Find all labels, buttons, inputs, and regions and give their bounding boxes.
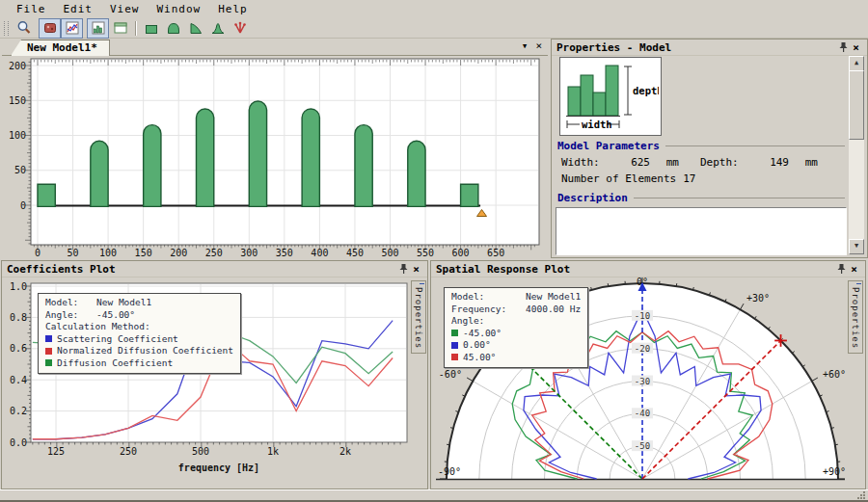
- description-textarea[interactable]: [556, 207, 847, 255]
- svg-text:0.0: 0.0: [10, 437, 27, 448]
- menu-view[interactable]: View: [101, 1, 149, 17]
- svg-text:100: 100: [99, 248, 117, 258]
- profile-bar[interactable]: [355, 125, 372, 207]
- pin-icon[interactable]: [837, 41, 850, 54]
- width-label: width: [582, 119, 612, 130]
- profile-bar[interactable]: [91, 141, 108, 206]
- svg-text:125: 125: [47, 446, 65, 457]
- model-profile-chart[interactable]: 0501001502000501001502002503003504004505…: [2, 56, 548, 259]
- svg-text:250: 250: [205, 248, 223, 258]
- profile-bar[interactable]: [38, 184, 55, 206]
- scattering-swatch: [45, 335, 52, 342]
- scroll-up-button[interactable]: ▲: [849, 56, 864, 71]
- quarter-circle-shape-icon: [188, 20, 203, 36]
- menu-edit[interactable]: Edit: [55, 1, 102, 17]
- model-view-button[interactable]: [39, 18, 61, 39]
- semicircle-element-button[interactable]: [162, 18, 184, 39]
- spatial-titlebar: Spatial Response Plot ×: [431, 261, 865, 277]
- depth-label: depth: [633, 85, 659, 96]
- rect-element-button[interactable]: [140, 18, 162, 39]
- profile-bar[interactable]: [408, 141, 425, 206]
- properties-close-icon[interactable]: ×: [850, 41, 862, 54]
- profile-bar[interactable]: [249, 101, 266, 206]
- elements-row: Number of Elements 17: [561, 172, 695, 185]
- window-frame-icon: [113, 20, 128, 36]
- width-param-unit: mm: [650, 156, 679, 169]
- diffuser-diagram: depth width: [559, 57, 662, 136]
- svg-text:+30°: +30°: [746, 293, 770, 304]
- tab-new-model1[interactable]: New Model1*: [11, 40, 110, 56]
- svg-text:400: 400: [311, 248, 328, 258]
- profile-bar[interactable]: [302, 109, 319, 206]
- pin-icon[interactable]: [397, 263, 410, 276]
- svg-text:0.4: 0.4: [10, 375, 27, 385]
- legend-frequency-value: 4000.00 Hz: [526, 304, 581, 316]
- tab-list-dropdown-icon[interactable]: ▾: [522, 40, 529, 53]
- rectangle-shape-icon: [144, 20, 159, 36]
- menu-window[interactable]: Window: [149, 1, 210, 17]
- scroll-down-button[interactable]: ▼: [849, 239, 864, 254]
- app-window: { "menu": {"items": ["File", "Edit", "Vi…: [0, 0, 868, 502]
- svg-text:+90°: +90°: [823, 466, 846, 477]
- angle-45-swatch: [451, 354, 458, 360]
- model-document-window: New Model1* ▾ × 050100150200050100150200…: [2, 39, 548, 258]
- svg-text:150: 150: [135, 248, 152, 258]
- coefficients-close-icon[interactable]: ×: [410, 263, 422, 276]
- toolbar-grip[interactable]: [4, 21, 9, 36]
- scroll-thumb[interactable]: [849, 70, 864, 140]
- coefficients-legend: Model:New Model1 Angle:-45.00° Calculati…: [38, 293, 241, 374]
- svg-text:150: 150: [9, 95, 26, 106]
- svg-text:frequency [Hz]: frequency [Hz]: [178, 462, 259, 473]
- properties-scrollbar[interactable]: ▲ ▼: [849, 56, 864, 254]
- svg-text:-40: -40: [635, 409, 650, 418]
- svg-text:100: 100: [9, 130, 26, 141]
- menu-help[interactable]: Help: [209, 1, 257, 17]
- svg-text:-20: -20: [635, 344, 650, 354]
- properties-side-tab[interactable]: Properties: [848, 280, 863, 354]
- profile-view-button[interactable]: [87, 18, 109, 39]
- document-close-icon[interactable]: ×: [535, 40, 542, 53]
- profile-bar[interactable]: [144, 125, 161, 207]
- svg-text:550: 550: [417, 248, 434, 258]
- quartercircle-element-button[interactable]: [184, 18, 206, 39]
- document-tab-bar: New Model1* ▾ ×: [2, 39, 548, 56]
- model-view-icon: [42, 20, 58, 36]
- menu-file[interactable]: File: [8, 1, 55, 17]
- pin-icon[interactable]: [835, 263, 848, 276]
- coefficients-plot-button[interactable]: [61, 18, 83, 39]
- legend-model-value: New Model1: [526, 291, 581, 304]
- svg-text:-10: -10: [635, 311, 650, 321]
- normalized-diffusion-swatch: [45, 348, 52, 355]
- zoom-tool-button[interactable]: [13, 18, 35, 39]
- resize-grip[interactable]: [856, 490, 866, 500]
- line-chart-icon: [65, 20, 80, 36]
- fan-tool-icon: [232, 20, 248, 36]
- toolbar-separator: [135, 21, 136, 36]
- spatial-close-icon[interactable]: ×: [848, 263, 860, 276]
- elements-value: 17: [683, 172, 695, 185]
- profile-bar[interactable]: [196, 109, 213, 206]
- bell-element-button[interactable]: [206, 18, 229, 39]
- svg-text:350: 350: [276, 248, 293, 258]
- svg-text:-50: -50: [635, 441, 650, 451]
- legend-model-value: New Model1: [96, 297, 151, 309]
- magnifier-icon: [16, 20, 32, 36]
- spatial-title: Spatial Response Plot: [436, 263, 835, 276]
- properties-model-panel: Properties - Model × depth width Model P…: [551, 39, 868, 258]
- window-view-button[interactable]: [109, 18, 131, 39]
- properties-side-tab[interactable]: Properties: [411, 280, 426, 354]
- coefficients-titlebar: Coefficients Plot ×: [2, 261, 427, 277]
- svg-text:0: 0: [20, 200, 26, 211]
- svg-text:2k: 2k: [339, 446, 351, 457]
- svg-text:650: 650: [487, 248, 504, 258]
- svg-text:0.2: 0.2: [10, 406, 27, 416]
- properties-tab-icon: [414, 283, 424, 284]
- svg-text:+60°: +60°: [823, 369, 846, 380]
- svg-text:50: 50: [14, 165, 26, 175]
- svg-text:1.0: 1.0: [10, 281, 27, 292]
- coefficients-title: Coefficients Plot: [7, 263, 397, 276]
- width-param-label: Width:: [561, 156, 621, 169]
- dome-shape-icon: [166, 20, 181, 36]
- profile-bar[interactable]: [461, 184, 478, 206]
- special-element-button[interactable]: [229, 18, 251, 39]
